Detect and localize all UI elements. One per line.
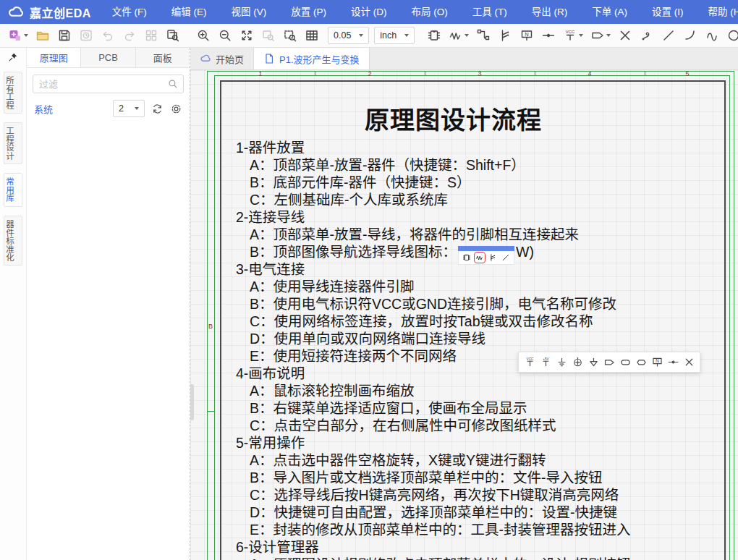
net-flag-button[interactable] bbox=[538, 26, 559, 45]
zoom-out-button[interactable] bbox=[214, 26, 236, 45]
schematic-title-text[interactable]: 原理图设计流程 bbox=[220, 101, 687, 136]
document-tab-0[interactable]: 开始页 bbox=[190, 48, 254, 69]
component-button[interactable] bbox=[423, 26, 445, 45]
menu-item-6[interactable]: 工具 (T) bbox=[460, 0, 519, 24]
open-folder-icon bbox=[35, 28, 50, 43]
bus-branch-button[interactable] bbox=[494, 26, 516, 45]
bezier-button[interactable] bbox=[701, 26, 723, 45]
library-tab-2[interactable]: 面板 bbox=[136, 48, 190, 67]
doc-line[interactable]: B：导入图片或文档选择顶部菜单栏中的：文件-导入按钮 bbox=[190, 469, 738, 486]
net-flag-button[interactable] bbox=[666, 355, 680, 370]
menu-item-2[interactable]: 视图 (V) bbox=[219, 0, 279, 24]
save-button[interactable] bbox=[54, 26, 75, 45]
component-icon bbox=[462, 253, 471, 262]
net-label-button[interactable]: N bbox=[516, 26, 538, 45]
plus5v-flag-button[interactable]: +5V bbox=[538, 355, 553, 370]
panel-splitter-handle[interactable] bbox=[190, 384, 194, 420]
doc-line[interactable]: B：顶部图像导航选择导线图标：W) bbox=[190, 243, 738, 260]
document-tab-1[interactable]: P1.波形产生与变换 bbox=[254, 48, 370, 69]
net-label-button[interactable]: N bbox=[650, 355, 664, 370]
redo-button[interactable] bbox=[119, 26, 140, 45]
line-button[interactable] bbox=[658, 26, 679, 45]
pin-panel-button[interactable] bbox=[7, 51, 19, 63]
library-tab-0[interactable]: 原理图 bbox=[27, 48, 81, 67]
menu-item-10[interactable]: 帮助 (H) bbox=[696, 0, 738, 24]
pin-button[interactable] bbox=[636, 26, 658, 45]
menu-item-7[interactable]: 导出 (R) bbox=[519, 0, 580, 24]
circle-button[interactable] bbox=[723, 26, 738, 45]
menu-item-4[interactable]: 设计 (D) bbox=[339, 0, 399, 24]
doc-line[interactable]: 5-常用操作 bbox=[190, 434, 738, 451]
net-port-out-button[interactable] bbox=[602, 355, 616, 370]
gnd-flag-button[interactable] bbox=[554, 355, 569, 370]
doc-line[interactable]: A：鼠标滚轮控制画布缩放 bbox=[190, 382, 738, 399]
net-port-hex-button[interactable] bbox=[634, 355, 648, 370]
fit-view-button[interactable] bbox=[236, 26, 258, 45]
net-button[interactable] bbox=[472, 26, 494, 45]
library-tab-1[interactable]: PCB bbox=[81, 48, 135, 67]
grid-button[interactable] bbox=[301, 26, 323, 45]
menu-item-3[interactable]: 放置 (P) bbox=[279, 0, 339, 24]
menu-item-8[interactable]: 下单 (A) bbox=[580, 0, 640, 24]
zoom-in-button[interactable] bbox=[192, 26, 214, 45]
sidebar-tab-2[interactable]: 常用库 bbox=[4, 173, 22, 207]
history-button[interactable] bbox=[75, 26, 97, 45]
doc-line[interactable]: B：右键菜单选择适应窗口，使画布全局显示 bbox=[190, 399, 738, 417]
library-source-link[interactable]: 系统 bbox=[34, 102, 53, 116]
grid-size-select[interactable]: 0.05 bbox=[328, 27, 369, 44]
doc-line[interactable]: 2-连接导线 bbox=[190, 208, 738, 226]
menu-item-1[interactable]: 编辑 (E) bbox=[159, 0, 219, 24]
close-button[interactable] bbox=[682, 355, 696, 370]
doc-line[interactable]: E：封装的修改从顶部菜单栏中的：工具-封装管理器按钮进入 bbox=[190, 521, 738, 538]
earth-gnd-flag-button[interactable] bbox=[570, 355, 585, 370]
schematic-canvas[interactable]: 12345 B 原理图设计流程 1-器件放置A：顶部菜单-放置-器件（快捷键：S… bbox=[190, 70, 738, 560]
unit-value: inch bbox=[380, 30, 396, 41]
app-logo[interactable]: 嘉立创EDA bbox=[0, 4, 100, 21]
menu-item-0[interactable]: 文件 (F) bbox=[100, 0, 159, 24]
doc-line[interactable]: D：使用单向或双向网络端口连接导线 bbox=[190, 330, 738, 347]
net-port-button[interactable] bbox=[587, 26, 614, 45]
page-select-value: 2 bbox=[119, 103, 124, 114]
vcc-flag-button[interactable]: VCC bbox=[522, 355, 537, 370]
doc-line[interactable]: D：快捷键可自由配置，选择顶部菜单栏中的：设置-快捷键 bbox=[190, 504, 738, 521]
doc-line[interactable]: C：选择导线后按H键高亮网络，再次按下H键取消高亮网络 bbox=[190, 486, 738, 504]
new-design-button[interactable] bbox=[4, 26, 32, 45]
doc-line[interactable]: C：使用网络标签连接，放置时按Tab键或双击修改名称 bbox=[190, 313, 738, 330]
doc-line[interactable]: B：使用电气标识符VCC或GND连接引脚，电气名称可修改 bbox=[190, 295, 738, 313]
unit-select[interactable]: inch bbox=[374, 27, 415, 44]
sidebar-tab-3[interactable]: 器件标准化 bbox=[4, 216, 22, 266]
doc-line[interactable]: A：顶部菜单-放置-导线，将器件的引脚相互连接起来 bbox=[190, 226, 738, 243]
find-similar-button[interactable] bbox=[162, 26, 184, 45]
open-folder-button[interactable] bbox=[32, 26, 54, 45]
page-select[interactable]: 2 bbox=[113, 100, 145, 117]
refresh-button[interactable] bbox=[151, 103, 164, 115]
undo-button[interactable] bbox=[97, 26, 119, 45]
chassis-gnd-flag-button[interactable] bbox=[586, 355, 601, 370]
zoom-selection-button[interactable] bbox=[258, 26, 279, 45]
doc-line[interactable]: A：顶部菜单-放置-器件（快捷键：Shift+F） bbox=[190, 156, 738, 174]
doc-line[interactable]: A：使用导线连接器件引脚 bbox=[190, 278, 738, 295]
doc-line[interactable]: A：原理图设计规则修改点击顶部菜单栏中的：设计-规则按钮 bbox=[190, 556, 738, 560]
doc-line[interactable]: C：左侧基础库-个人库或系统库 bbox=[190, 191, 738, 208]
doc-line[interactable]: B：底部元件库-器件（快捷键：S） bbox=[190, 174, 738, 191]
doc-line[interactable]: A：点击选中器件空格旋转，X键或Y键进行翻转 bbox=[190, 451, 738, 469]
zoom-region-button[interactable] bbox=[279, 26, 301, 45]
sidebar-tab-1[interactable]: 工程设计 bbox=[4, 122, 22, 164]
wire-button[interactable] bbox=[445, 26, 472, 45]
net-port-bidir-button[interactable] bbox=[618, 355, 632, 370]
arc-button[interactable] bbox=[679, 26, 701, 45]
settings-gear-button[interactable] bbox=[170, 103, 182, 115]
doc-line-text: A：点击选中器件空格旋转，X键或Y键进行翻转 bbox=[250, 452, 546, 468]
menu-item-9[interactable]: 设置 (I) bbox=[640, 0, 696, 24]
power-vcc-button[interactable]: VCC bbox=[559, 26, 587, 45]
sidebar-tab-0[interactable]: 所有工程 bbox=[4, 72, 22, 114]
inline-toolbar-image[interactable] bbox=[458, 246, 514, 265]
menu-item-5[interactable]: 布局 (O) bbox=[399, 0, 460, 24]
doc-line[interactable]: 1-器件放置 bbox=[190, 139, 738, 156]
filter-input[interactable] bbox=[33, 75, 184, 93]
no-connect-button[interactable] bbox=[614, 26, 636, 45]
doc-line[interactable]: C：点击空白部分，在右侧属性中可修改图纸样式 bbox=[190, 417, 738, 434]
doc-line-text: A：顶部菜单-放置-导线，将器件的引脚相互连接起来 bbox=[250, 226, 579, 242]
doc-line[interactable]: 6-设计管理器 bbox=[190, 538, 738, 556]
layout-grid-button[interactable] bbox=[140, 26, 162, 45]
